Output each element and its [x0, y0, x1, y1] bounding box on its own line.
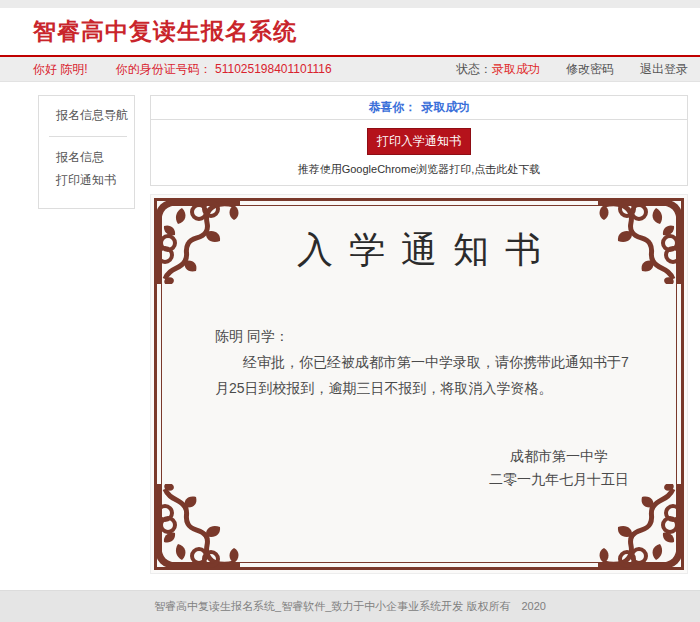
certificate-signature: 成都市第一中学 二零一九年七月十五日 — [157, 445, 681, 491]
content-area: 报名信息导航 报名信息 打印通知书 恭喜你：录取成功 打印入学通知书 推荐使用G… — [0, 82, 700, 590]
page-footer: 智睿高中复读生报名系统_智睿软件_致力于中小企事业系统开发 版权所有 2020 — [0, 590, 700, 622]
certificate-content: 入学通知书 陈明 同学： 经审批，你已经被成都市第一中学录取，请你携带此通知书于… — [157, 227, 681, 593]
status-badge: 录取成功 — [492, 61, 540, 78]
congrats-value: 录取成功 — [422, 100, 470, 114]
registration-system-page: 智睿高中复读生报名系统 你好 陈明! 你的身份证号码： 511025198401… — [0, 0, 700, 622]
certificate-date: 二零一九年七月十五日 — [489, 468, 629, 491]
certificate-title: 入学通知书 — [157, 227, 681, 273]
certificate-panel: 入学通知书 陈明 同学： 经审批，你已经被成都市第一中学录取，请你携带此通知书于… — [150, 194, 688, 574]
certificate-frame: 入学通知书 陈明 同学： 经审批，你已经被成都市第一中学录取，请你携带此通知书于… — [154, 198, 684, 570]
certificate-salutation: 陈明 同学： — [215, 323, 629, 349]
page-title: 智睿高中复读生报名系统 — [33, 16, 297, 47]
congrats-banner: 恭喜你：录取成功 — [150, 95, 688, 120]
print-notice-button[interactable]: 打印入学通知书 — [367, 128, 471, 155]
certificate-school: 成都市第一中学 — [489, 445, 629, 468]
user-id-number: 你的身份证号码： 511025198401101116 — [116, 61, 332, 78]
sidebar-item-registration-info[interactable]: 报名信息 — [39, 146, 134, 169]
status-label: 状态： — [456, 61, 492, 78]
user-bar: 你好 陈明! 你的身份证号码： 511025198401101116 状态： 录… — [0, 57, 700, 82]
main-column: 恭喜你：录取成功 打印入学通知书 推荐使用GoogleChrome浏览器打印,点… — [150, 82, 688, 574]
sidebar-divider — [49, 136, 127, 137]
sidebar-item-print-notice[interactable]: 打印通知书 — [39, 169, 134, 192]
sidebar-title: 报名信息导航 — [39, 107, 134, 136]
certificate-body: 陈明 同学： 经审批，你已经被成都市第一中学录取，请你携带此通知书于7月25日到… — [157, 323, 681, 401]
browser-download-note[interactable]: 推荐使用GoogleChrome浏览器打印,点击此处下载 — [151, 162, 687, 177]
app-header: 智睿高中复读生报名系统 — [0, 8, 700, 55]
user-greeting: 你好 陈明! — [33, 61, 88, 78]
top-strip — [0, 0, 700, 8]
congrats-label: 恭喜你： — [369, 100, 417, 114]
change-password-link[interactable]: 修改密码 — [566, 61, 614, 78]
sidebar-nav: 报名信息导航 报名信息 打印通知书 — [38, 95, 135, 209]
copyright-text: 智睿高中复读生报名系统_智睿软件_致力于中小企事业系统开发 版权所有 2020 — [154, 599, 546, 614]
logout-link[interactable]: 退出登录 — [640, 61, 688, 78]
certificate-paragraph: 经审批，你已经被成都市第一中学录取，请你携带此通知书于7月25日到校报到，逾期三… — [215, 349, 629, 401]
print-action-box: 打印入学通知书 推荐使用GoogleChrome浏览器打印,点击此处下载 — [150, 120, 688, 186]
